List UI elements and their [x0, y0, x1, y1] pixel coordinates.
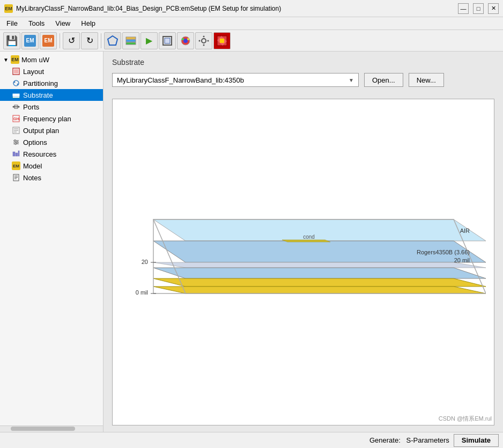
simulate-button[interactable]: Simulate	[454, 434, 499, 447]
svg-point-13	[199, 40, 201, 41]
svg-point-10	[202, 39, 206, 43]
save-button[interactable]: 💾	[3, 32, 20, 49]
em2-button[interactable]: EM	[40, 32, 57, 49]
svg-rect-19	[14, 69, 18, 74]
sidebar-item-model-label: Model	[23, 162, 42, 170]
sidebar-root-item[interactable]: ▼ EM Mom uW	[0, 54, 103, 65]
svg-marker-48	[153, 219, 486, 241]
statusbar: Generate: S-Parameters Simulate	[0, 432, 503, 448]
tool-layers-button[interactable]	[122, 32, 139, 49]
svg-marker-53	[153, 287, 486, 293]
toolbar-separator-1	[60, 33, 60, 48]
tool-box-button[interactable]	[159, 32, 176, 49]
substrate-icon	[12, 91, 20, 99]
generate-label-text: Generate:	[369, 436, 401, 444]
model-icon: EM	[12, 161, 20, 170]
svg-point-12	[203, 44, 205, 46]
svg-point-20	[13, 80, 19, 86]
tool-palette-button[interactable]	[177, 32, 194, 49]
svg-point-22	[17, 84, 19, 85]
sidebar-item-frequency[interactable]: GHz Frequency plan	[0, 113, 103, 124]
layers-icon	[125, 35, 137, 47]
generate-value: S-Parameters	[406, 436, 449, 444]
svg-rect-1	[126, 37, 136, 39]
svg-text:20: 20	[141, 259, 147, 265]
svg-rect-2	[126, 40, 136, 42]
svg-text:GHz: GHz	[13, 117, 20, 121]
svg-point-38	[14, 140, 16, 142]
sidebar-scrollbar-thumb[interactable]	[11, 427, 75, 431]
redo-button[interactable]: ↻	[81, 32, 98, 49]
menu-file[interactable]: File	[2, 18, 22, 28]
tool-settings-button[interactable]	[195, 32, 212, 49]
maximize-button[interactable]: □	[473, 3, 484, 14]
sidebar-item-partitioning[interactable]: Partitioning	[0, 77, 103, 89]
titlebar: EM MyLibraryClassF_NarrowBand_lib:04_Bia…	[0, 0, 503, 17]
titlebar-controls[interactable]: — □ ✕	[458, 3, 499, 14]
notes-icon	[12, 173, 20, 182]
svg-marker-0	[108, 36, 117, 45]
sidebar-item-notes[interactable]: Notes	[0, 172, 103, 183]
root-em-icon: EM	[11, 55, 19, 64]
sidebar-item-substrate[interactable]: Substrate	[0, 89, 103, 101]
save-icon: 💾	[6, 35, 18, 47]
svg-rect-5	[165, 38, 170, 43]
sidebar-item-notes-label: Notes	[23, 174, 41, 182]
sidebar-item-resources[interactable]: Resources	[0, 148, 103, 160]
sidebar-root-label: Mom uW	[21, 56, 49, 64]
toolbar-separator-2	[101, 33, 101, 48]
dropdown-arrow-icon: ▼	[349, 77, 354, 83]
redo-icon: ↻	[86, 35, 93, 46]
sidebar-item-ports[interactable]: Ports	[0, 101, 103, 113]
sidebar-item-layout[interactable]: Layout	[0, 65, 103, 77]
svg-marker-51	[153, 268, 486, 278]
open-button[interactable]: Open...	[364, 73, 403, 87]
svg-marker-50	[153, 262, 486, 268]
svg-rect-43	[18, 151, 19, 156]
em1-button[interactable]: EM	[21, 32, 39, 49]
sidebar-item-output[interactable]: Output plan	[0, 124, 103, 136]
svg-rect-41	[13, 152, 15, 156]
sidebar-scrollbar[interactable]	[0, 425, 103, 432]
tool-map-button[interactable]	[213, 32, 231, 49]
sidebar-item-options[interactable]: Options	[0, 136, 103, 148]
close-button[interactable]: ✕	[488, 3, 499, 14]
svg-text:Rogers4350B (3.66): Rogers4350B (3.66)	[416, 249, 469, 255]
undo-button[interactable]: ↺	[63, 32, 80, 49]
ports-icon	[12, 102, 20, 111]
content-inner: Substrate MyLibraryClassF_NarrowBand_lib…	[103, 52, 503, 432]
sidebar: ▼ EM Mom uW Layout	[0, 52, 103, 432]
map-icon	[216, 35, 228, 47]
svg-rect-24	[13, 97, 19, 98]
resources-icon	[12, 150, 20, 158]
svg-rect-3	[126, 42, 136, 45]
new-button[interactable]: New...	[409, 73, 444, 87]
sidebar-item-model[interactable]: EM Model	[0, 160, 103, 172]
svg-point-27	[13, 106, 14, 108]
menu-view[interactable]: View	[51, 18, 75, 28]
sidebar-item-ports-label: Ports	[23, 103, 39, 111]
tool-run-button[interactable]: ▶	[140, 32, 158, 49]
menu-tools[interactable]: Tools	[24, 18, 49, 28]
sidebar-item-resources-label: Resources	[23, 150, 56, 158]
svg-text:20 mil: 20 mil	[454, 257, 469, 263]
sidebar-item-substrate-label: Substrate	[23, 91, 53, 99]
substrate-dropdown[interactable]: MyLibraryClassF_NarrowBand_lib:4350b ▼	[112, 73, 359, 87]
menu-help[interactable]: Help	[77, 18, 100, 28]
svg-point-7	[183, 39, 188, 43]
sidebar-item-options-label: Options	[23, 138, 47, 146]
minimize-button[interactable]: —	[458, 3, 469, 14]
sidebar-item-partitioning-label: Partitioning	[23, 79, 58, 87]
svg-text:AIR: AIR	[460, 227, 469, 234]
titlebar-left: EM MyLibraryClassF_NarrowBand_lib:04_Bia…	[4, 4, 281, 13]
sidebar-tree: ▼ EM Mom uW Layout	[0, 52, 103, 425]
tool-pentagon-button[interactable]	[104, 32, 121, 49]
svg-point-39	[17, 142, 18, 143]
svg-point-14	[208, 40, 209, 41]
svg-marker-52	[153, 278, 486, 287]
sidebar-item-frequency-label: Frequency plan	[23, 115, 71, 123]
generate-label: Generate: S-Parameters	[369, 436, 449, 444]
section-title: Substrate	[112, 58, 494, 67]
svg-marker-54	[282, 240, 330, 242]
output-icon	[12, 126, 20, 135]
